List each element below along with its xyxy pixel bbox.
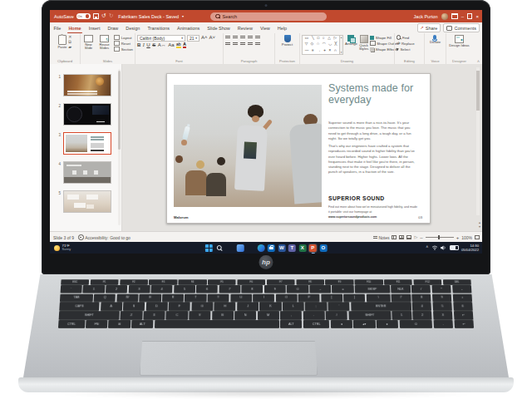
title-chevron-icon[interactable]: ▾ — [182, 14, 184, 18]
tab-animations[interactable]: Animations — [174, 22, 204, 33]
maximize-button[interactable] — [467, 13, 473, 19]
tab-draw[interactable]: Draw — [104, 22, 122, 33]
shape-glyph[interactable]: ◇ — [311, 42, 314, 47]
outlook-icon[interactable]: O — [319, 244, 327, 252]
justify-icon[interactable] — [248, 42, 253, 47]
strikethrough-button[interactable]: S — [152, 42, 155, 47]
bold-button[interactable]: B — [137, 42, 140, 47]
slide-sorter-view-icon[interactable] — [399, 235, 404, 239]
slide-thumbnail-2[interactable] — [63, 103, 111, 126]
shape-glyph[interactable]: — — [305, 49, 309, 53]
zoom-in-button[interactable]: + — [456, 235, 460, 240]
align-right-icon[interactable] — [240, 42, 245, 47]
slide-title[interactable]: Systems made for everyday — [328, 82, 418, 106]
autosave-toggle[interactable]: On — [76, 13, 91, 19]
cut-icon[interactable]: ✕ — [68, 35, 71, 39]
word-icon[interactable]: W — [278, 244, 285, 252]
shape-glyph[interactable]: △ — [328, 37, 331, 41]
protect-button[interactable]: Protect — [282, 35, 293, 47]
italic-button[interactable]: I — [143, 42, 145, 47]
tab-transitions[interactable]: Transitions — [144, 22, 174, 33]
bullets-icon[interactable] — [225, 36, 230, 40]
font-name-combobox[interactable]: Calibri (Body)▾ — [137, 35, 185, 42]
reading-view-icon[interactable] — [406, 235, 411, 239]
quick-styles-button[interactable]: Quick Styles — [359, 35, 368, 52]
numbering-icon[interactable] — [233, 36, 238, 40]
normal-view-icon[interactable] — [392, 235, 397, 239]
save-icon[interactable] — [93, 13, 100, 20]
prev-next-slide-buttons[interactable]: ▴▾ — [479, 221, 480, 229]
design-ideas-button[interactable]: Design Ideas — [449, 35, 469, 47]
slide-thumbnail-1[interactable] — [63, 74, 111, 96]
shape-glyph[interactable]: ◡ — [328, 42, 332, 47]
character-spacing-icon[interactable]: A↔ — [158, 42, 166, 47]
section-button[interactable]: Section — [114, 47, 133, 52]
avatar[interactable] — [441, 13, 448, 20]
slide-fine-print[interactable]: Find out more about how we've miniaturiz… — [328, 205, 418, 219]
start-icon[interactable] — [205, 244, 213, 252]
vertical-scrollbar[interactable] — [476, 67, 480, 215]
slide-thumbnail-5[interactable] — [63, 190, 111, 213]
comments-button[interactable]: Comments — [443, 23, 480, 32]
line-spacing-icon[interactable] — [255, 36, 260, 40]
zoom-slider[interactable] — [426, 237, 454, 238]
tab-file[interactable]: File — [50, 22, 65, 33]
shape-glyph[interactable]: □ — [317, 37, 319, 41]
tab-home[interactable]: Home — [65, 22, 85, 33]
teams-icon[interactable]: T — [288, 244, 296, 252]
slide-body-paragraph-2[interactable]: That's why our engineers have crafted a … — [328, 144, 418, 175]
weather-widget[interactable]: 71°F Sunny — [54, 242, 71, 254]
shape-glyph[interactable]: ◠ — [323, 42, 326, 47]
replace-button[interactable]: abReplace — [397, 41, 422, 47]
shape-glyph[interactable]: ▭ — [305, 37, 308, 41]
increase-indent-icon[interactable] — [248, 36, 253, 40]
align-center-icon[interactable] — [233, 42, 238, 47]
volume-icon[interactable] — [441, 245, 446, 250]
zoom-level[interactable]: 100% — [461, 235, 472, 240]
shape-glyph[interactable]: ≡ — [312, 49, 314, 53]
layout-button[interactable]: Layout — [114, 35, 133, 41]
font-size-combobox[interactable]: 21▾ — [187, 35, 200, 42]
edge-icon[interactable] — [257, 244, 264, 252]
shape-glyph[interactable]: ☆ — [316, 42, 319, 47]
ribbon-display-options-icon[interactable] — [451, 13, 458, 19]
minimize-button[interactable]: – — [461, 14, 464, 19]
zoom-slider-knob[interactable] — [438, 235, 440, 239]
shape-glyph[interactable]: ▽ — [305, 42, 308, 47]
shape-glyph[interactable]: ╲ — [312, 37, 314, 41]
task-view-icon[interactable] — [226, 244, 234, 252]
shape-glyph[interactable]: ∩ — [334, 49, 337, 53]
notes-button[interactable]: Notes — [373, 235, 390, 240]
slide-photo-concert-crowd[interactable] — [174, 85, 322, 207]
dictate-button[interactable]: Dictate — [430, 35, 441, 44]
shape-glyph[interactable]: ○ — [323, 37, 325, 41]
close-button[interactable]: × — [475, 14, 479, 19]
battery-icon[interactable] — [450, 245, 459, 250]
excel-icon[interactable]: X — [298, 244, 306, 252]
file-explorer-icon[interactable] — [247, 244, 254, 252]
shape-glyph[interactable]: → — [317, 49, 321, 53]
widgets-icon[interactable] — [236, 244, 244, 252]
new-slide-button[interactable]: New Slide — [82, 35, 95, 51]
shape-glyph[interactable]: ▷ — [334, 37, 337, 41]
select-button[interactable]: Select — [397, 47, 422, 52]
search-icon[interactable] — [215, 244, 223, 252]
slideshow-view-icon[interactable]: ▷ — [414, 235, 417, 239]
fit-to-window-icon[interactable] — [475, 235, 480, 239]
tab-review[interactable]: Review — [234, 22, 256, 33]
slide-thumbnail-4[interactable] — [63, 161, 111, 184]
zoom-out-button[interactable]: – — [420, 235, 422, 240]
increase-font-icon[interactable]: A˄ — [201, 35, 208, 42]
share-button[interactable]: ↗ Share — [417, 23, 441, 32]
copy-icon[interactable]: ⧉ — [68, 40, 71, 44]
taskbar-clock[interactable]: 14:30 05/04/2022 — [461, 244, 479, 253]
panel-scrollbar[interactable] — [118, 69, 121, 225]
find-button[interactable]: Find — [397, 35, 422, 41]
slide-editor[interactable]: Systems made for everyday Superior sound… — [166, 73, 431, 224]
shape-glyph[interactable]: + — [323, 49, 326, 53]
highlight-color-button[interactable]: ab — [176, 42, 181, 48]
shape-glyph[interactable]: ╳ — [335, 42, 337, 47]
store-icon[interactable] — [268, 244, 275, 252]
redo-icon[interactable]: ↻ — [109, 13, 113, 19]
tab-view[interactable]: View — [256, 22, 273, 33]
